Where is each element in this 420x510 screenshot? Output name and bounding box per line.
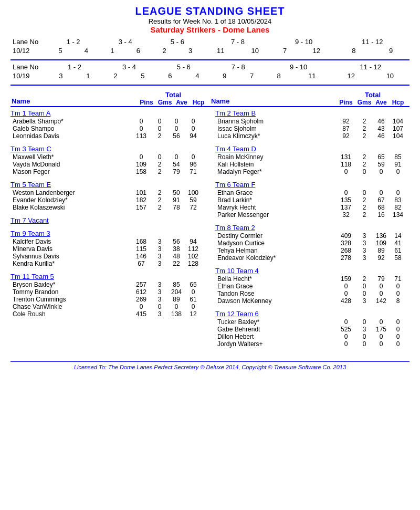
l2-v2: 1: [75, 71, 102, 80]
player-row: Parker Messenger32216134: [215, 211, 410, 218]
player-name: Brianna Sjoholm: [215, 118, 336, 125]
stat-pins: 135: [336, 196, 356, 204]
player-name: Blake Kolaszewski: [10, 204, 131, 211]
player-row: Bryson Baxley*25738565: [10, 281, 205, 288]
player-row: Kali Hollstein11825991: [215, 161, 410, 168]
player-stats: 0000: [336, 290, 410, 297]
stat-gms: 3: [356, 254, 373, 262]
stat-pins: 182: [131, 196, 151, 204]
pins-header-left: Pins: [136, 99, 156, 106]
teams-left-col: Tm 1 Team AArabella Shampo*0000Caleb Sha…: [10, 109, 210, 353]
player-name: Bryson Baxley*: [10, 281, 131, 288]
stat-hcp: 41: [390, 240, 406, 247]
l1-v2: 4: [74, 46, 100, 55]
stat-pins: 612: [131, 288, 151, 296]
page-title: LEAGUE STANDING SHEET: [10, 5, 410, 17]
team-name[interactable]: Tm 4 Team D: [215, 145, 410, 153]
team-block: Tm 4 Team DRoain McKinney13126585Kali Ho…: [215, 145, 410, 175]
stat-gms: 0: [356, 340, 373, 348]
stat-pins: 0: [336, 340, 356, 348]
player-row: Jordyn Walters+0000: [215, 340, 410, 348]
team-block: Tm 3 Team CMaxwell Vieth*0000Vayda McDon…: [10, 145, 205, 175]
team-name[interactable]: Tm 11 Team 5: [10, 273, 205, 280]
stat-ave: 79: [168, 168, 185, 175]
stat-pins: 67: [131, 260, 151, 267]
lane-section-2: Lane No 1 - 2 3 - 4 5 - 6 7 - 8 9 - 10 1…: [10, 63, 410, 80]
stat-gms: 2: [356, 196, 373, 204]
stat-gms: 3: [151, 310, 168, 318]
stat-pins: 0: [131, 153, 151, 161]
l1-v11: 8: [335, 46, 373, 55]
team-name[interactable]: Tm 1 Team A: [10, 109, 205, 117]
right-name-header: Name: [210, 97, 336, 106]
stat-gms: 3: [356, 232, 373, 240]
stat-hcp: 0: [390, 189, 406, 196]
player-row: Trenton Cummings26938961: [10, 296, 205, 303]
player-row: Tucker Baxley*0000: [215, 318, 410, 326]
stat-pins: 0: [336, 290, 356, 297]
stat-hcp: 0: [390, 290, 406, 297]
player-name: Tehya Helman: [215, 247, 336, 254]
l1-v9: 7: [272, 46, 298, 55]
team-name[interactable]: Tm 2 Team B: [215, 109, 410, 117]
stat-ave: 142: [373, 297, 390, 305]
player-name: Ethan Grace: [215, 189, 336, 196]
stat-gms: 0: [356, 318, 373, 326]
stat-hcp: 112: [185, 245, 202, 253]
player-stats: 0000: [131, 118, 205, 125]
stat-hcp: 94: [185, 238, 202, 245]
player-stats: 0000: [336, 333, 410, 340]
team-name[interactable]: Tm 3 Team C: [10, 145, 205, 153]
team-name[interactable]: Tm 7 Vacant: [10, 216, 205, 224]
stat-pins: 415: [131, 310, 151, 318]
total-label-right: Total: [336, 91, 410, 99]
stat-pins: 257: [131, 281, 151, 288]
team-name[interactable]: Tm 10 Team 4: [215, 267, 410, 275]
stat-ave: 85: [168, 281, 185, 288]
player-row: Sylvannus Davis146348102: [10, 253, 205, 260]
lane2-col-9-10: 9 - 10: [266, 63, 332, 71]
stat-gms: 3: [356, 240, 373, 247]
player-row: Ethan Grace0000: [215, 189, 410, 196]
stat-hcp: 61: [185, 296, 202, 303]
team-name[interactable]: Tm 8 Team 2: [215, 224, 410, 232]
stat-ave: 59: [373, 161, 390, 168]
player-stats: 52531750: [336, 326, 410, 333]
stat-ave: 48: [168, 253, 185, 260]
stat-hcp: 96: [185, 161, 202, 168]
right-header: Name Total Pins Gms Ave Hcp: [210, 91, 410, 106]
l1-v3: 1: [99, 46, 125, 55]
stat-gms: 0: [356, 283, 373, 290]
player-row: Destiny Cormier409313614: [215, 232, 410, 240]
stat-pins: 157: [131, 204, 151, 211]
player-stats: 26938961: [131, 296, 205, 303]
team-block: Tm 1 Team AArabella Shampo*0000Caleb Sha…: [10, 109, 205, 140]
player-stats: 328310941: [336, 240, 410, 247]
team-name[interactable]: Tm 12 Team 6: [215, 310, 410, 318]
stat-ave: 54: [168, 161, 185, 168]
stat-pins: 269: [131, 296, 151, 303]
player-name: Bella Hecht*: [215, 275, 336, 283]
stat-ave: 43: [373, 125, 390, 132]
player-stats: 11325694: [131, 132, 205, 140]
player-name: Maxwell Vieth*: [10, 153, 131, 161]
player-name: Arabella Shampo*: [10, 118, 131, 125]
team-name[interactable]: Tm 6 Team F: [215, 181, 410, 189]
left-header: Name Total Pins Gms Ave Hcp: [10, 91, 210, 106]
stat-hcp: 58: [390, 254, 406, 262]
l2-v5: 6: [156, 71, 184, 80]
lane-no-label-1: Lane No: [10, 37, 47, 46]
stat-hcp: 59: [185, 196, 202, 204]
player-stats: 27839258: [336, 254, 410, 262]
player-stats: 67322128: [131, 260, 205, 267]
player-row: Minerva Davis115338112: [10, 245, 205, 253]
player-row: Leonnidas Davis11325694: [10, 132, 205, 140]
stat-gms: 0: [151, 118, 168, 125]
stat-ave: 56: [168, 132, 185, 140]
team-name[interactable]: Tm 9 Team 3: [10, 230, 205, 237]
stat-pins: 158: [131, 168, 151, 175]
player-row: Kendra Kurilla*67322128: [10, 260, 205, 267]
team-name[interactable]: Tm 5 Team E: [10, 181, 205, 189]
gms-header-right: Gms: [356, 99, 373, 106]
player-stats: 13526783: [336, 196, 410, 204]
